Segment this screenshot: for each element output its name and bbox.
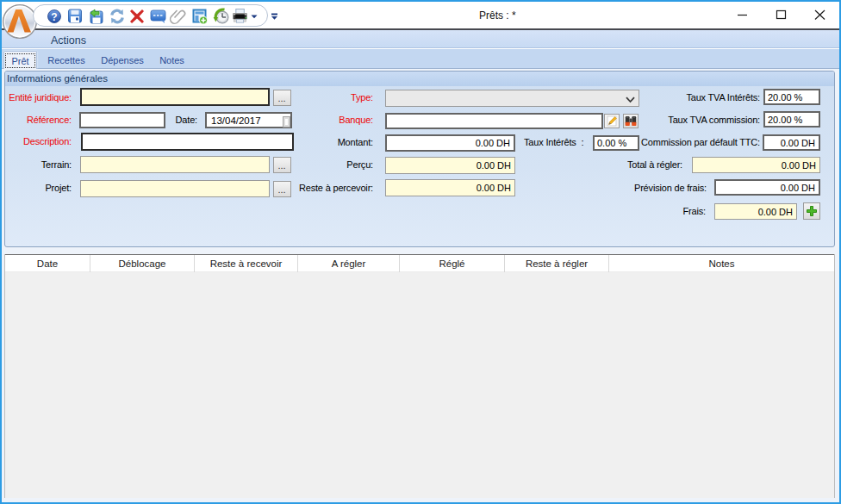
svg-text:?: ? [51, 10, 57, 22]
